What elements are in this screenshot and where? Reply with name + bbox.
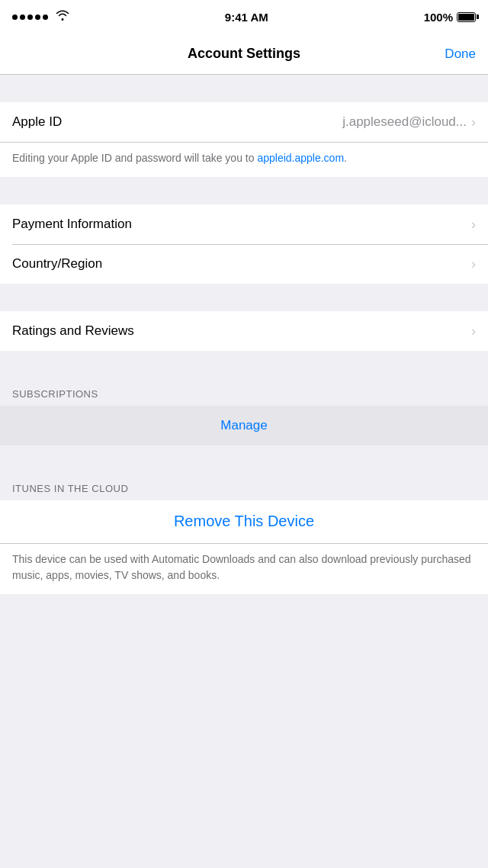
remove-device-label: Remove This Device <box>174 513 314 530</box>
country-region-label: Country/Region <box>12 256 471 272</box>
itunes-section: iTUNES IN THE CLOUD Remove This Device T… <box>0 473 488 594</box>
manage-row[interactable]: Manage <box>0 406 488 445</box>
ratings-reviews-row[interactable]: Ratings and Reviews › <box>0 311 488 351</box>
apple-id-note: Editing your Apple ID and password will … <box>0 142 488 177</box>
apple-id-section: Apple ID j.appleseed@icloud... › Editing… <box>0 102 488 177</box>
signal-strength-icon <box>12 14 48 20</box>
payment-information-label: Payment Information <box>12 217 471 232</box>
apple-id-note-text: Editing your Apple ID and password will … <box>12 152 347 164</box>
apple-id-link[interactable]: appleid.apple.com <box>257 152 344 164</box>
subscriptions-section: SUBSCRIPTIONS Manage <box>0 378 488 445</box>
apple-id-row[interactable]: Apple ID j.appleseed@icloud... › <box>0 102 488 142</box>
payment-country-section: Payment Information › Country/Region › <box>0 204 488 284</box>
chevron-right-icon: › <box>471 115 476 129</box>
wifi-icon <box>56 9 69 24</box>
payment-information-row[interactable]: Payment Information › <box>0 204 488 244</box>
itunes-header-text: iTUNES IN THE CLOUD <box>12 483 128 494</box>
chevron-right-icon: › <box>471 217 476 231</box>
status-left <box>12 9 69 24</box>
ratings-reviews-label: Ratings and Reviews <box>12 323 471 339</box>
top-spacer <box>0 75 488 102</box>
itunes-footer-text: This device can be used with Automatic D… <box>12 553 471 581</box>
apple-id-value: j.appleseed@icloud... <box>342 114 467 130</box>
spacer-3 <box>0 351 488 378</box>
subscriptions-header: SUBSCRIPTIONS <box>0 378 488 406</box>
spacer-4 <box>0 445 488 473</box>
chevron-right-icon: › <box>471 324 476 338</box>
country-region-row[interactable]: Country/Region › <box>0 244 488 284</box>
ratings-section: Ratings and Reviews › <box>0 311 488 351</box>
chevron-right-icon: › <box>471 257 476 271</box>
itunes-header: iTUNES IN THE CLOUD <box>0 473 488 500</box>
battery-icon <box>457 12 476 22</box>
manage-label: Manage <box>220 418 267 433</box>
spacer-1 <box>0 177 488 204</box>
battery-percent: 100% <box>424 11 453 24</box>
subscriptions-header-text: SUBSCRIPTIONS <box>12 388 98 400</box>
status-bar: 9:41 AM 100% <box>0 0 488 34</box>
spacer-2 <box>0 284 488 311</box>
nav-bar: Account Settings Done <box>0 34 488 75</box>
page-title: Account Settings <box>188 46 300 62</box>
itunes-footer-note: This device can be used with Automatic D… <box>0 543 488 594</box>
status-time: 9:41 AM <box>225 11 268 24</box>
status-right: 100% <box>424 11 476 24</box>
remove-device-row[interactable]: Remove This Device <box>0 500 488 543</box>
done-button[interactable]: Done <box>445 47 476 62</box>
apple-id-label: Apple ID <box>12 114 342 130</box>
